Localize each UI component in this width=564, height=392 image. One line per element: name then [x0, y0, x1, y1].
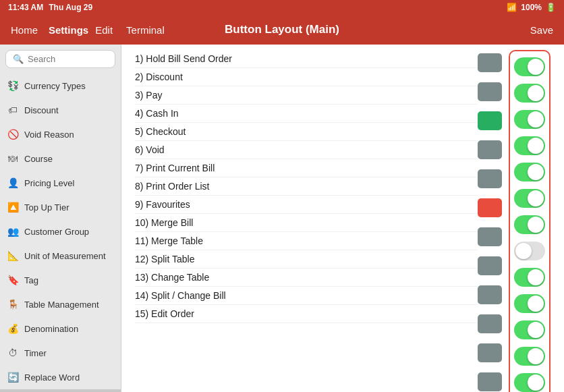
row-item-3: 3) Pay	[135, 86, 478, 105]
row-item-6: 6) Void	[135, 141, 478, 159]
row-label-8: 8) Print Order List	[135, 181, 478, 192]
sidebar-item-customer-group[interactable]: 👥 Customer Group	[0, 219, 121, 244]
toggle-11[interactable]	[514, 320, 545, 339]
toggle-12[interactable]	[514, 347, 545, 366]
sidebar-item-table-management[interactable]: 🪑 Table Management	[0, 292, 121, 316]
home-button[interactable]: Home	[11, 24, 38, 36]
toggle-7[interactable]	[514, 215, 545, 234]
row-swatch-2[interactable]	[478, 82, 502, 101]
sidebar-label-currency-types: Currency Types	[24, 81, 86, 91]
edit-button[interactable]: Edit	[95, 24, 113, 36]
row-swatch-7[interactable]	[478, 227, 502, 246]
row-item-7: 7) Print Current Bill	[135, 159, 478, 177]
search-icon: 🔍	[13, 54, 24, 64]
toggle-3[interactable]	[514, 110, 545, 129]
sidebar-label-tag: Tag	[24, 275, 38, 285]
sidebar-item-button-layout[interactable]: ⚡ Button Layout	[0, 389, 121, 392]
row-swatch-1[interactable]	[478, 53, 502, 72]
row-swatch-5[interactable]	[478, 169, 502, 188]
sidebar-item-unit-of-measurement[interactable]: 📐 Unit of Measurement	[0, 244, 121, 268]
timer-icon: ⏱	[7, 347, 19, 359]
row-swatch-3[interactable]	[478, 111, 502, 130]
toggle-1[interactable]	[514, 57, 545, 76]
denomination-icon: 💰	[7, 323, 19, 335]
toggle-thumb-5	[528, 164, 544, 180]
terminal-button[interactable]: Terminal	[126, 24, 165, 36]
toggle-thumb-13	[528, 374, 544, 391]
sidebar-item-course[interactable]: 🍽 Course	[0, 146, 121, 171]
status-bar: 11:43 AM Thu Aug 29 📶 100% 🔋	[0, 0, 564, 15]
toggle-10[interactable]	[514, 294, 545, 313]
save-button[interactable]: Save	[530, 24, 553, 36]
row-label-3: 3) Pay	[135, 90, 478, 101]
row-label-9: 9) Favourites	[135, 199, 478, 210]
customer-group-icon: 👥	[7, 225, 19, 237]
settings-button[interactable]: Settings	[49, 24, 88, 36]
row-swatch-10[interactable]	[478, 314, 502, 333]
row-item-8: 8) Print Order List	[135, 177, 478, 196]
row-item-1: 1) Hold Bill Send Order	[135, 50, 478, 68]
row-item-9: 9) Favourites	[135, 196, 478, 214]
row-label-1: 1) Hold Bill Send Order	[135, 53, 478, 64]
sidebar-item-void-reason[interactable]: 🚫 Void Reason	[0, 122, 121, 146]
unit-of-measurement-icon: 📐	[7, 250, 19, 262]
search-input[interactable]	[28, 54, 108, 64]
row-item-11: 11) Merge Table	[135, 232, 478, 250]
row-item-5: 5) Checkout	[135, 123, 478, 141]
row-label-10: 10) Merge Bill	[135, 217, 478, 228]
toggle-8[interactable]	[514, 242, 545, 260]
toggle-2[interactable]	[514, 84, 545, 103]
sidebar-item-pricing-level[interactable]: 👤 Pricing Level	[0, 171, 121, 195]
row-label-5: 5) Checkout	[135, 126, 478, 137]
replace-word-icon: 🔄	[7, 371, 19, 383]
sidebar-item-currency-types[interactable]: 💱 Currency Types	[0, 74, 121, 98]
top-up-tier-icon: 🔼	[7, 201, 19, 213]
sidebar-item-tag[interactable]: 🔖 Tag	[0, 268, 121, 292]
pricing-level-icon: 👤	[7, 177, 19, 189]
sidebar-label-replace-word: Replace Word	[24, 372, 80, 383]
discount-icon: 🏷	[7, 104, 19, 116]
sidebar-item-top-up-tier[interactable]: 🔼 Top Up Tier	[0, 195, 121, 219]
toggle-thumb-1	[528, 59, 544, 75]
toggle-13[interactable]	[514, 373, 545, 392]
row-swatch-6[interactable]	[478, 198, 502, 217]
sidebar-label-discount: Discount	[24, 105, 59, 115]
row-swatch-9[interactable]	[478, 285, 502, 304]
toggle-9[interactable]	[514, 268, 545, 287]
sidebar-item-timer[interactable]: ⏱ Timer	[0, 341, 121, 365]
sidebar-item-denomination[interactable]: 💰 Denomination	[0, 316, 121, 341]
table-management-icon: 🪑	[7, 298, 19, 310]
toggle-thumb-8	[515, 243, 532, 259]
sidebar-label-customer-group: Customer Group	[24, 227, 89, 237]
currency-types-icon: 💱	[7, 80, 19, 92]
sidebar-item-replace-word[interactable]: 🔄 Replace Word	[0, 365, 121, 389]
row-swatch-12[interactable]	[478, 372, 502, 391]
toggle-thumb-12	[528, 348, 544, 364]
row-swatch-11[interactable]	[478, 343, 502, 362]
row-label-2: 2) Discount	[135, 72, 478, 82]
toggle-thumb-6	[528, 190, 544, 206]
toggle-thumb-9	[528, 269, 544, 285]
main-content: 1) Hold Bill Send Order2) Discount3) Pay…	[121, 45, 564, 392]
row-item-12: 12) Split Table	[135, 250, 478, 269]
row-swatch-8[interactable]	[478, 256, 502, 275]
row-item-10: 10) Merge Bill	[135, 214, 478, 232]
toggle-thumb-4	[528, 138, 544, 154]
search-box[interactable]: 🔍	[5, 50, 115, 68]
battery-level: 100%	[521, 3, 542, 12]
row-label-11: 11) Merge Table	[135, 235, 478, 246]
wifi-icon: 📶	[507, 3, 517, 12]
toggle-6[interactable]	[514, 189, 545, 208]
toggle-5[interactable]	[514, 163, 545, 181]
toggle-thumb-10	[528, 296, 544, 312]
toggle-4[interactable]	[514, 136, 545, 155]
sidebar-item-discount[interactable]: 🏷 Discount	[0, 98, 121, 122]
row-swatch-4[interactable]	[478, 140, 502, 159]
sidebar-label-course: Course	[24, 154, 53, 164]
course-icon: 🍽	[7, 152, 19, 165]
row-item-15: 15) Edit Order	[135, 305, 478, 323]
status-day: Thu Aug 29	[49, 3, 92, 12]
toggles-border-section	[509, 50, 551, 392]
sidebar-label-void-reason: Void Reason	[24, 130, 74, 140]
sidebar-label-pricing-level: Pricing Level	[24, 178, 74, 188]
